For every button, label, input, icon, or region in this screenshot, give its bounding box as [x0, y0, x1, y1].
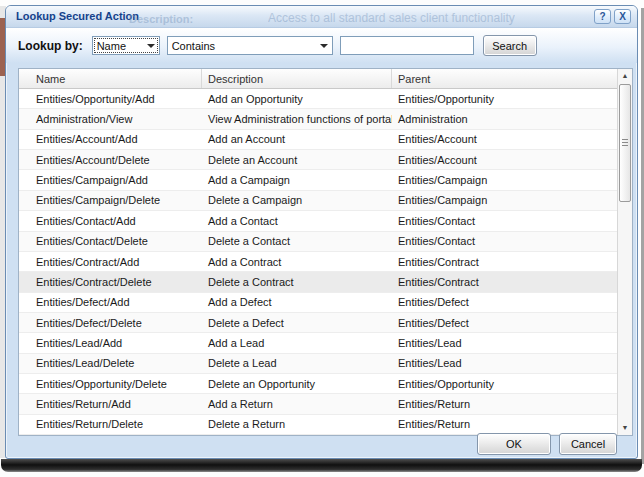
cell-description: Add a Contact	[202, 215, 392, 227]
column-header-description[interactable]: Description	[202, 69, 392, 88]
cell-name: Entities/Contact/Delete	[19, 235, 202, 247]
cell-parent: Entities/Lead	[392, 337, 617, 349]
cell-name: Entities/Contact/Add	[19, 215, 202, 227]
table-row[interactable]: Entities/Lead/Delete Delete a Lead Entit…	[19, 354, 617, 374]
lookup-secured-action-dialog: Lookup Secured Action Description: Acces…	[5, 5, 638, 459]
table-row[interactable]: Entities/Return/Add Add a Return Entitie…	[19, 394, 617, 414]
cell-name: Entities/Account/Delete	[19, 154, 202, 166]
lookup-operator-selected-value: Contains	[172, 40, 215, 52]
cell-name: Administration/View	[19, 113, 202, 125]
cell-parent: Entities/Defect	[392, 296, 617, 308]
cell-parent: Entities/Contract	[392, 256, 617, 268]
scrollbar-up-arrow-icon[interactable]: ▲	[618, 69, 632, 83]
column-header-name[interactable]: Name	[19, 69, 202, 88]
cell-name: Entities/Lead/Delete	[19, 357, 202, 369]
cell-name: Entities/Campaign/Add	[19, 174, 202, 186]
cell-name: Entities/Campaign/Delete	[19, 194, 202, 206]
cell-name: Entities/Contract/Delete	[19, 276, 202, 288]
cell-name: Entities/Account/Add	[19, 133, 202, 145]
cell-name: Entities/Lead/Add	[19, 337, 202, 349]
cell-description: Delete a Campaign	[202, 194, 392, 206]
cell-parent: Entities/Defect	[392, 317, 617, 329]
help-button[interactable]: ?	[594, 9, 611, 24]
cell-parent: Entities/Contact	[392, 235, 617, 247]
table-row[interactable]: Entities/Defect/Add Add a Defect Entitie…	[19, 293, 617, 313]
dialog-footer: OK Cancel	[6, 429, 637, 458]
dialog-title: Lookup Secured Action	[16, 10, 139, 22]
cell-name: Entities/Defect/Delete	[19, 317, 202, 329]
cell-description: Add a Contract	[202, 256, 392, 268]
cell-parent: Entities/Contact	[392, 215, 617, 227]
titlebar-buttons: ? X	[594, 9, 631, 24]
cell-parent: Administration	[392, 113, 617, 125]
table-row[interactable]: Entities/Defect/Delete Delete a Defect E…	[19, 313, 617, 333]
cell-description: Add a Campaign	[202, 174, 392, 186]
background-description-label: Description:	[129, 13, 193, 25]
cell-parent: Entities/Campaign	[392, 174, 617, 186]
table-row[interactable]: Entities/Account/Add Add an Account Enti…	[19, 130, 617, 150]
cell-name: Entities/Opportunity/Delete	[19, 378, 202, 390]
scrollbar-thumb[interactable]	[619, 84, 631, 202]
cell-description: Delete a Contact	[202, 235, 392, 247]
scrollbar-grip-icon	[622, 139, 628, 147]
cell-parent: Entities/Contract	[392, 276, 617, 288]
cell-parent: Entities/Opportunity	[392, 93, 617, 105]
table-row[interactable]: Entities/Account/Delete Delete an Accoun…	[19, 150, 617, 170]
table-row[interactable]: Entities/Contact/Add Add a Contact Entit…	[19, 211, 617, 231]
chevron-down-icon	[317, 37, 332, 54]
cell-description: Delete a Contract	[202, 276, 392, 288]
cell-parent: Entities/Return	[392, 398, 617, 410]
cell-name: Entities/Return/Add	[19, 398, 202, 410]
cell-description: Delete a Lead	[202, 357, 392, 369]
table-row[interactable]: Administration/View View Administration …	[19, 109, 617, 129]
cell-description: Add an Account	[202, 133, 392, 145]
cell-description: Add a Lead	[202, 337, 392, 349]
cell-parent: Entities/Lead	[392, 357, 617, 369]
table-row[interactable]: Entities/Contract/Delete Delete a Contra…	[19, 272, 617, 292]
column-header-parent[interactable]: Parent	[392, 69, 632, 88]
cell-description: Add a Return	[202, 398, 392, 410]
search-button[interactable]: Search	[483, 35, 537, 56]
cell-description: Delete an Opportunity	[202, 378, 392, 390]
table-row[interactable]: Entities/Opportunity/Delete Delete an Op…	[19, 374, 617, 394]
cell-description: Delete an Account	[202, 154, 392, 166]
screenshot-canvas: Lookup Secured Action Description: Acces…	[0, 0, 644, 477]
table-row[interactable]: Entities/Opportunity/Add Add an Opportun…	[19, 89, 617, 109]
cell-description: Delete a Defect	[202, 317, 392, 329]
cell-parent: Entities/Account	[392, 154, 617, 166]
cell-name: Entities/Opportunity/Add	[19, 93, 202, 105]
cell-description: View Administration functions of portal	[202, 113, 392, 125]
cell-name: Entities/Defect/Add	[19, 296, 202, 308]
cell-parent: Entities/Opportunity	[392, 378, 617, 390]
table-row[interactable]: Entities/Contract/Add Add a Contract Ent…	[19, 252, 617, 272]
cell-parent: Entities/Account	[392, 133, 617, 145]
cell-description: Add an Opportunity	[202, 93, 392, 105]
lookup-by-label: Lookup by:	[18, 39, 83, 53]
vertical-scrollbar[interactable]: ▲ ▼	[617, 69, 632, 435]
screenshot-bottom-shadow	[1, 459, 642, 472]
grid-body: Entities/Opportunity/Add Add an Opportun…	[19, 89, 617, 435]
lookup-toolbar: Lookup by: Name Contains Search	[6, 28, 637, 63]
lookup-field-dropdown[interactable]: Name	[92, 36, 160, 55]
dialog-titlebar: Lookup Secured Action Description: Acces…	[6, 6, 637, 28]
close-button[interactable]: X	[614, 9, 631, 24]
lookup-operator-dropdown[interactable]: Contains	[167, 36, 333, 55]
cancel-button[interactable]: Cancel	[559, 433, 617, 455]
table-row[interactable]: Entities/Campaign/Delete Delete a Campai…	[19, 191, 617, 211]
table-row[interactable]: Entities/Campaign/Add Add a Campaign Ent…	[19, 170, 617, 190]
lookup-field-selected-value: Name	[97, 40, 126, 52]
table-row[interactable]: Entities/Lead/Add Add a Lead Entities/Le…	[19, 333, 617, 353]
cell-name: Entities/Contract/Add	[19, 256, 202, 268]
cell-parent: Entities/Campaign	[392, 194, 617, 206]
grid-header-row: Name Description Parent	[19, 69, 632, 89]
results-grid: Name Description Parent Entities/Opportu…	[18, 68, 633, 436]
table-row[interactable]: Entities/Contact/Delete Delete a Contact…	[19, 232, 617, 252]
ok-button[interactable]: OK	[477, 433, 551, 455]
cell-description: Add a Defect	[202, 296, 392, 308]
search-input[interactable]	[340, 36, 474, 55]
background-description-value: Access to all standard sales client func…	[268, 11, 515, 25]
chevron-down-icon	[144, 37, 159, 54]
